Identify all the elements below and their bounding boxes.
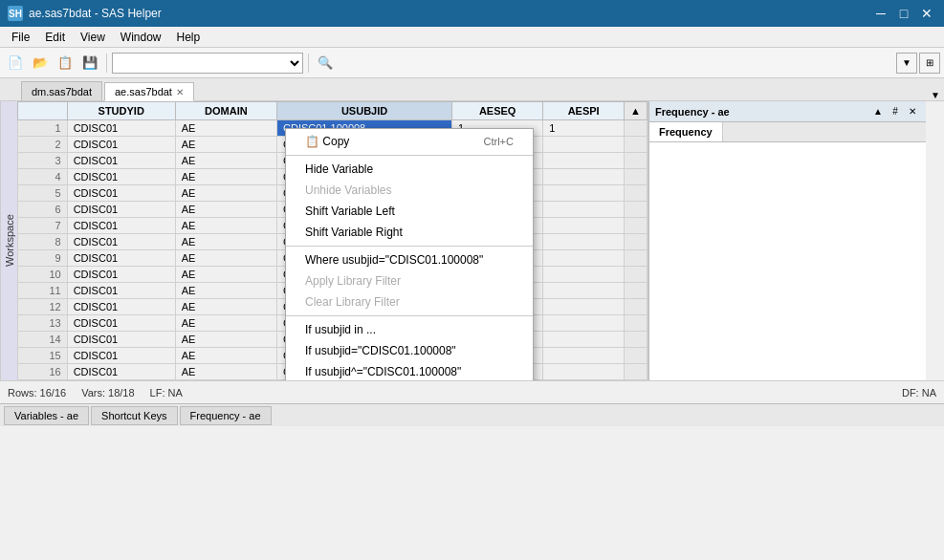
table-cell[interactable]: CDISC01 <box>67 153 175 169</box>
table-cell[interactable]: 1 <box>543 120 625 137</box>
table-cell[interactable] <box>543 332 625 348</box>
rp-tab-frequency[interactable]: Frequency <box>649 122 723 141</box>
table-cell[interactable]: AE <box>175 202 276 218</box>
table-cell[interactable]: CDISC01 <box>67 267 175 283</box>
context-menu-item[interactable]: 📋 CopyCtrl+C <box>286 131 533 152</box>
table-cell[interactable]: AE <box>175 250 276 267</box>
toolbar-filter2[interactable]: ⊞ <box>919 53 940 74</box>
col-header-aespi[interactable]: AESPI <box>543 102 625 120</box>
table-cell[interactable]: AE <box>175 137 276 153</box>
toolbar-copy[interactable]: 📋 <box>54 52 77 75</box>
context-menu-item[interactable]: If usubjid="CDISC01.100008" <box>286 340 533 361</box>
table-cell[interactable] <box>543 169 625 185</box>
table-cell[interactable]: CDISC01 <box>67 332 175 348</box>
toolbar-dropdown[interactable] <box>112 53 303 74</box>
col-header-usubjid[interactable]: USUBJID <box>277 102 452 120</box>
context-menu-item[interactable]: Hide Variable <box>286 159 533 180</box>
menu-edit[interactable]: Edit <box>37 29 73 46</box>
right-panel-title: Frequency - ae <box>655 106 730 118</box>
table-cell[interactable] <box>543 218 625 234</box>
table-cell[interactable]: AE <box>175 315 276 332</box>
table-cell[interactable]: AE <box>175 218 276 234</box>
rp-close[interactable]: ✕ <box>905 104 920 119</box>
col-header-studyid[interactable]: STUDYID <box>67 102 175 120</box>
bottom-tab-variables[interactable]: Variables - ae <box>4 406 89 425</box>
context-menu-item[interactable]: If usubjid^="CDISC01.100008" <box>286 361 533 380</box>
table-cell[interactable] <box>543 202 625 218</box>
row-num: 1 <box>18 120 68 137</box>
table-cell[interactable]: CDISC01 <box>67 218 175 234</box>
tab-ae[interactable]: ae.sas7bdat ✕ <box>104 82 194 101</box>
table-cell[interactable]: AE <box>175 348 276 364</box>
toolbar-new[interactable]: 📄 <box>4 52 27 75</box>
row-num: 5 <box>18 185 68 202</box>
table-cell[interactable] <box>543 299 625 315</box>
col-header-aeseq[interactable]: AESEQ <box>452 102 543 120</box>
menu-file[interactable]: File <box>4 29 37 46</box>
right-panel-body <box>649 142 926 380</box>
table-cell[interactable]: AE <box>175 169 276 185</box>
bottom-tab-frequency[interactable]: Frequency - ae <box>180 406 272 425</box>
table-cell[interactable]: CDISC01 <box>67 283 175 299</box>
tab-dm[interactable]: dm.sas7bdat <box>21 81 102 100</box>
table-cell[interactable] <box>543 283 625 299</box>
table-cell[interactable]: AE <box>175 120 276 137</box>
rp-pin[interactable]: # <box>888 104 903 119</box>
context-menu-item[interactable]: Shift Variable Left <box>286 201 533 222</box>
table-cell[interactable]: CDISC01 <box>67 364 175 380</box>
restore-button[interactable]: □ <box>894 4 913 23</box>
row-num: 3 <box>18 153 68 169</box>
right-panel-controls[interactable]: ▲ # ✕ <box>870 104 920 119</box>
col-header-domain[interactable]: DOMAIN <box>175 102 276 120</box>
table-cell[interactable] <box>543 250 625 267</box>
menu-help[interactable]: Help <box>169 29 209 46</box>
context-menu-item[interactable]: Where usubjid="CDISC01.100008" <box>286 249 533 270</box>
table-cell[interactable]: AE <box>175 299 276 315</box>
context-menu-item[interactable]: If usubjid in ... <box>286 319 533 340</box>
row-num: 12 <box>18 299 68 315</box>
right-panel-tabs: Frequency <box>649 122 926 142</box>
tab-dropdown-arrow[interactable]: ▼ <box>931 90 940 100</box>
right-panel: Frequency - ae ▲ # ✕ Frequency <box>648 101 926 380</box>
table-cell[interactable]: CDISC01 <box>67 169 175 185</box>
table-cell[interactable]: AE <box>175 267 276 283</box>
table-cell[interactable] <box>543 348 625 364</box>
table-cell[interactable] <box>543 185 625 202</box>
table-cell[interactable]: CDISC01 <box>67 120 175 137</box>
table-cell[interactable] <box>543 267 625 283</box>
menu-view[interactable]: View <box>73 29 113 46</box>
context-menu-separator <box>286 155 533 156</box>
table-cell[interactable]: CDISC01 <box>67 299 175 315</box>
data-grid-container[interactable]: STUDYID DOMAIN USUBJID AESEQ AESPI ▲ 1CD… <box>17 101 648 380</box>
table-cell[interactable]: CDISC01 <box>67 185 175 202</box>
table-cell[interactable]: AE <box>175 153 276 169</box>
table-cell[interactable]: AE <box>175 364 276 380</box>
table-cell[interactable]: CDISC01 <box>67 137 175 153</box>
toolbar-save[interactable]: 💾 <box>78 52 101 75</box>
tab-ae-close[interactable]: ✕ <box>176 87 184 97</box>
table-cell[interactable]: CDISC01 <box>67 234 175 250</box>
table-cell[interactable]: CDISC01 <box>67 250 175 267</box>
toolbar-search[interactable]: 🔍 <box>314 52 337 75</box>
close-button[interactable]: ✕ <box>917 4 936 23</box>
context-menu-item[interactable]: Shift Variable Right <box>286 222 533 243</box>
toolbar-filter[interactable]: ▼ <box>896 53 917 74</box>
table-cell[interactable]: AE <box>175 332 276 348</box>
table-cell[interactable]: AE <box>175 283 276 299</box>
toolbar-open[interactable]: 📂 <box>29 52 52 75</box>
table-cell[interactable] <box>543 153 625 169</box>
menu-window[interactable]: Window <box>113 29 169 46</box>
rp-arrow-up[interactable]: ▲ <box>870 104 886 119</box>
table-cell[interactable] <box>543 137 625 153</box>
window-controls[interactable]: ─ □ ✕ <box>871 4 936 23</box>
table-cell[interactable]: CDISC01 <box>67 315 175 332</box>
table-cell[interactable] <box>543 315 625 332</box>
bottom-tab-shortcut-keys[interactable]: Shortcut Keys <box>91 406 177 425</box>
table-cell[interactable]: AE <box>175 185 276 202</box>
table-cell[interactable]: CDISC01 <box>67 348 175 364</box>
minimize-button[interactable]: ─ <box>871 4 890 23</box>
table-cell[interactable] <box>543 234 625 250</box>
table-cell[interactable]: CDISC01 <box>67 202 175 218</box>
table-cell[interactable] <box>543 364 625 380</box>
table-cell[interactable]: AE <box>175 234 276 250</box>
